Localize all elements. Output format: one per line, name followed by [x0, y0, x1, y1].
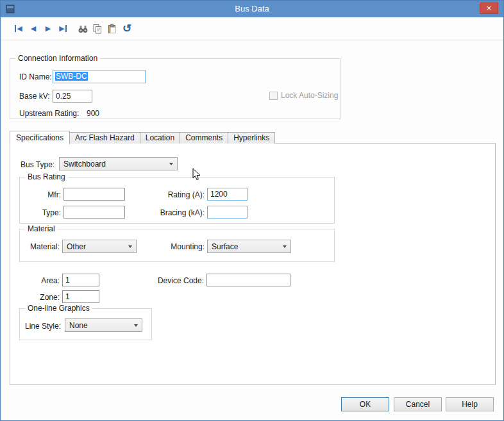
device-code-input[interactable] — [206, 274, 290, 286]
binoculars-icon — [78, 24, 88, 34]
cancel-button[interactable]: Cancel — [394, 397, 442, 411]
line-style-dropdown[interactable]: None — [65, 318, 142, 332]
mfr-label: Mfr: — [25, 190, 61, 199]
chevron-down-icon — [283, 245, 287, 248]
material-value: Other — [67, 242, 86, 251]
one-line-graphics-group: One-line Graphics Line Style: None — [19, 308, 152, 340]
bus-rating-group: Bus Rating Mfr: Rating (A): Type: Bracin… — [19, 177, 335, 224]
bracing-label: Bracing (kA): — [134, 208, 205, 217]
tab-hyperlinks[interactable]: Hyperlinks — [228, 132, 275, 144]
bus-rating-group-title: Bus Rating — [25, 172, 68, 181]
paste-icon — [107, 24, 117, 34]
find-button[interactable] — [76, 22, 89, 35]
ok-button[interactable]: OK — [341, 397, 389, 411]
previous-record-button[interactable]: ◀ — [27, 22, 40, 35]
toolbar: ◀ ◀ ▶ ▶ ↺ — [1, 17, 503, 40]
connection-information-group-title: Connection Information — [15, 54, 100, 63]
line-style-value: None — [69, 321, 88, 330]
material-dropdown[interactable]: Other — [62, 240, 137, 253]
next-record-button[interactable]: ▶ — [42, 22, 55, 35]
refresh-icon: ↺ — [122, 23, 131, 34]
copy-icon — [92, 24, 103, 34]
rating-label: Rating (A): — [134, 190, 205, 199]
refresh-button[interactable]: ↺ — [121, 22, 133, 35]
bus-type-label: Bus Type: — [21, 160, 55, 169]
one-line-graphics-group-title: One-line Graphics — [25, 304, 92, 313]
lock-auto-sizing-row: Lock Auto-Sizing — [269, 91, 338, 100]
tab-specifications[interactable]: Specifications — [10, 131, 70, 144]
type-input[interactable] — [63, 206, 125, 219]
material-group: Material Material: Other Mounting: Surfa… — [19, 229, 335, 262]
window-title: Bus Data — [1, 1, 503, 17]
line-style-label: Line Style: — [25, 322, 61, 331]
chevron-down-icon — [128, 245, 132, 248]
base-kv-label: Base kV: — [19, 92, 50, 101]
chevron-down-icon — [134, 324, 138, 327]
mounting-dropdown[interactable]: Surface — [207, 240, 291, 253]
id-name-label: ID Name: — [19, 72, 52, 81]
material-group-title: Material — [25, 224, 58, 233]
mounting-value: Surface — [212, 242, 238, 251]
bracing-input[interactable] — [207, 206, 248, 219]
tab-strip: Specifications Arc Flash Hazard Location… — [10, 131, 275, 144]
bus-data-dialog: Bus Data × ◀ ◀ ▶ ▶ ↺ Connection Informat… — [0, 0, 504, 421]
specifications-panel: Bus Type: Switchboard Bus Rating Mfr: Ra… — [10, 143, 496, 385]
paste-button[interactable] — [106, 22, 119, 35]
last-record-button[interactable]: ▶ — [56, 22, 69, 35]
lock-auto-sizing-checkbox[interactable] — [269, 92, 278, 100]
last-record-icon: ▶ — [59, 25, 66, 32]
zone-label: Zone: — [24, 293, 60, 302]
tab-arc-flash-hazard[interactable]: Arc Flash Hazard — [69, 132, 140, 144]
previous-record-icon: ◀ — [31, 25, 36, 32]
id-name-input[interactable]: SWB-DC — [53, 70, 146, 83]
next-record-icon: ▶ — [46, 25, 51, 32]
chevron-down-icon — [169, 163, 173, 165]
mounting-label: Mounting: — [148, 242, 205, 251]
upstream-rating-value: 900 — [87, 109, 99, 118]
connection-information-group: Connection Information ID Name: SWB-DC B… — [10, 58, 340, 119]
device-code-label: Device Code: — [130, 276, 204, 285]
bus-type-value: Switchboard — [63, 160, 106, 169]
material-label: Material: — [25, 242, 60, 251]
bus-type-dropdown[interactable]: Switchboard — [59, 157, 178, 170]
type-label: Type: — [25, 208, 61, 217]
area-label: Area: — [24, 276, 60, 285]
close-button[interactable]: × — [480, 3, 498, 14]
tab-location[interactable]: Location — [140, 132, 180, 144]
copy-button[interactable] — [91, 22, 104, 35]
first-record-icon: ◀ — [15, 25, 22, 32]
tab-comments[interactable]: Comments — [180, 132, 228, 144]
rating-input[interactable] — [207, 188, 248, 201]
lock-auto-sizing-label: Lock Auto-Sizing — [281, 91, 338, 100]
title-bar: Bus Data × — [1, 1, 503, 17]
base-kv-input[interactable] — [53, 90, 92, 103]
area-input[interactable] — [62, 274, 99, 286]
id-name-selected-text: SWB-DC — [55, 72, 88, 81]
help-button[interactable]: Help — [446, 397, 494, 411]
zone-input[interactable] — [62, 290, 99, 303]
first-record-button[interactable]: ◀ — [12, 22, 25, 35]
upstream-rating-label: Upstream Rating: — [19, 109, 79, 118]
mfr-input[interactable] — [63, 188, 125, 201]
